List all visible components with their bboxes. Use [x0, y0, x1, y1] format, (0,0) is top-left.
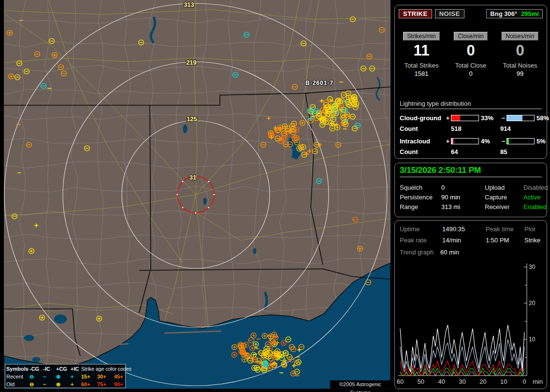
- distribution-title: Lightning type distribution: [400, 100, 542, 109]
- stormtracker-app: 31321912531B-2601-7 Symbols -CG -IC +CG …: [0, 0, 550, 392]
- mode-row: STRIKE NOISE Bng 306°295mi: [399, 9, 543, 18]
- legend-header: Symbols: [6, 366, 29, 372]
- x-tick-label: 10: [500, 378, 507, 385]
- ic-plus-icon: +: [71, 381, 81, 387]
- noises-per-min-column: Noises/min 0 Total Noises 99: [495, 32, 545, 77]
- total-close-label: Total Close: [446, 62, 495, 69]
- cg-negative-count: 914: [500, 125, 542, 132]
- intracloud-row: Intracloud + 4% − 5%: [400, 136, 542, 146]
- close-per-min-value: 0: [446, 42, 495, 60]
- close-per-min-chip: Close/min: [454, 32, 487, 41]
- ic-positive-pct: 4%: [479, 138, 500, 145]
- svg-text:10: 10: [529, 336, 536, 343]
- age-code-90: 90+: [114, 381, 130, 387]
- legend-row-old-label: Old: [6, 381, 29, 387]
- cloud-ground-count-row: Count 518 914: [400, 124, 542, 133]
- peak-rate-value: 14/min: [442, 237, 486, 244]
- trend-graph-header: Trend graph 60 min: [400, 249, 459, 256]
- capture-status: Active: [523, 194, 544, 201]
- status-rows: Squelch 0 Upload Disabled Persistence 90…: [400, 182, 544, 211]
- rates-row: Strikes/min 11 Total Strikes 1581 Close/…: [397, 32, 545, 77]
- legend-col-neg-ic: -IC: [43, 366, 56, 372]
- uptime-row: Uptime 1490:35 Peak time Plot: [400, 224, 544, 235]
- x-tick-label: 20: [479, 378, 486, 385]
- minus-sign: −: [500, 114, 507, 122]
- plot-mode-value: Strike: [524, 237, 544, 244]
- plus-sign: +: [445, 138, 451, 145]
- uptime-label: Uptime: [400, 225, 442, 233]
- bearing-distance: 295mi: [521, 10, 539, 17]
- persistence-value: 90 min: [441, 194, 485, 201]
- squelch-value: 0: [441, 184, 485, 191]
- map-legend: Symbols -CG -IC +CG +IC Strike age color…: [5, 364, 126, 388]
- peak-time-value: 1:50 PM: [486, 237, 524, 244]
- cloud-ground-row: Cloud-ground + 33% − 58%: [400, 113, 542, 123]
- legend-age-header: Strike age color codes: [81, 366, 130, 372]
- cg-plus-icon: ⊕: [56, 381, 71, 388]
- legend-col-neg-cg: -CG: [29, 366, 43, 372]
- trend-graph-chart: 1020306050403020100min: [396, 261, 547, 388]
- ic-positive-bar: [451, 138, 479, 144]
- close-per-min-column: Close/min 0 Total Close 0: [446, 32, 495, 77]
- persistence-label: Persistence: [400, 194, 441, 201]
- uptime-value: 1490:35: [442, 225, 486, 233]
- noises-per-min-chip: Noises/min: [502, 32, 538, 41]
- datetime-display: 3/15/2026 2:50:11 PM: [400, 166, 542, 177]
- range-ring-label: 313: [184, 1, 194, 8]
- peak-time-label: Peak time: [486, 225, 524, 233]
- strike-mode-button[interactable]: STRIKE: [399, 9, 432, 18]
- total-noises-label: Total Noises: [495, 62, 545, 69]
- bearing-readout: Bng 306°295mi: [486, 9, 543, 18]
- status-box: 3/15/2026 2:50:11 PM Squelch 0 Upload Di…: [394, 163, 547, 217]
- status-row: Range 313 mi Receiver Enabled: [400, 202, 544, 211]
- ic-negative-pct: 5%: [535, 138, 550, 145]
- cg-minus-icon: ⊖: [29, 374, 43, 380]
- copyright-notice: ©2005 Astrogenic Systems: [330, 380, 391, 389]
- x-tick-label: 30: [459, 378, 465, 385]
- ic-minus-icon: −: [43, 374, 56, 379]
- receiver-label: Receiver: [485, 203, 523, 210]
- lightning-distribution: Lightning type distribution Cloud-ground…: [400, 100, 542, 159]
- status-row: Squelch 0 Upload Disabled: [400, 182, 544, 192]
- age-code-75: 75+: [97, 381, 114, 387]
- bearing-label: Bng 306°: [490, 10, 517, 17]
- storm-cell-label: B-2601-7: [305, 80, 333, 86]
- total-strikes-label: Total Strikes: [397, 62, 446, 69]
- x-axis-unit: min: [533, 378, 543, 385]
- cg-positive-bar: [451, 115, 479, 121]
- lightning-map[interactable]: 31321912531B-2601-7 Symbols -CG -IC +CG …: [4, 0, 391, 389]
- count-label: Count: [400, 148, 445, 155]
- range-ring-label: 125: [187, 115, 197, 123]
- ic-positive-count: 64: [451, 148, 500, 155]
- legend-row-recent-label: Recent: [6, 374, 29, 379]
- plus-sign: +: [445, 114, 451, 122]
- minus-sign: −: [500, 138, 507, 145]
- trend-window-value: 60 min: [440, 249, 459, 256]
- age-code-45: 45+: [114, 374, 130, 379]
- cloud-ground-label: Cloud-ground: [400, 114, 445, 122]
- range-label: Range: [400, 203, 441, 210]
- ic-minus-icon: −: [43, 381, 56, 387]
- ic-negative-bar: [507, 138, 535, 144]
- noise-mode-button[interactable]: NOISE: [435, 9, 464, 18]
- plot-label: Plot: [524, 225, 544, 233]
- x-tick-label: 50: [418, 378, 424, 385]
- ic-negative-count: 85: [500, 148, 542, 155]
- age-code-15: 15+: [81, 374, 97, 379]
- x-tick-label: 0: [522, 378, 526, 385]
- x-tick-label: 40: [438, 378, 445, 385]
- stats-box: STRIKE NOISE Bng 306°295mi Strikes/min 1…: [394, 5, 547, 159]
- svg-text:30: 30: [529, 264, 536, 270]
- upload-status: Disabled: [523, 184, 548, 191]
- total-strikes-value: 1581: [397, 70, 446, 77]
- map-canvas[interactable]: 31321912531B-2601-7: [4, 0, 391, 389]
- legend-col-pos-cg: +CG: [56, 366, 71, 372]
- cg-minus-icon: ⊖: [29, 381, 43, 388]
- x-tick-label: 60: [397, 378, 404, 385]
- side-panel: STRIKE NOISE Bng 306°295mi Strikes/min 1…: [392, 0, 550, 392]
- noises-per-min-value: 0: [495, 42, 545, 60]
- cg-negative-pct: 58%: [535, 114, 550, 122]
- peak-rate-label: Peak rate: [400, 237, 442, 244]
- age-code-60: 60+: [81, 381, 97, 387]
- receiver-status: Enabled: [523, 203, 547, 210]
